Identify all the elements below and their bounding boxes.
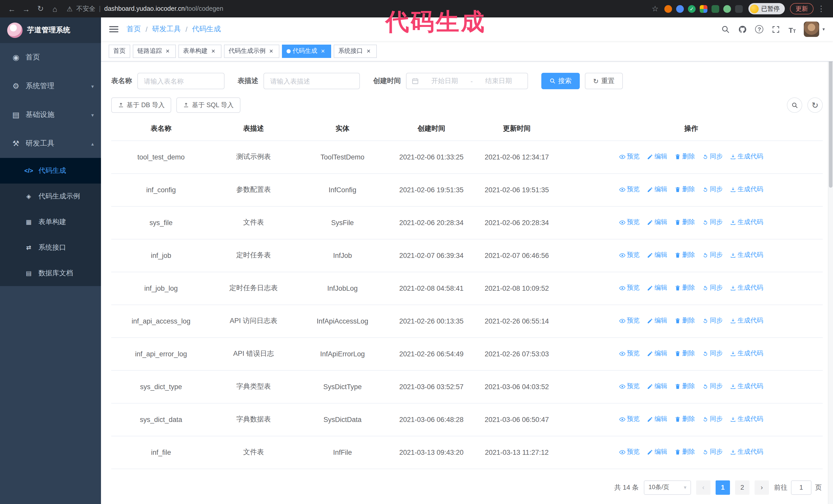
import-sql-button[interactable]: 基于 SQL 导入	[176, 97, 240, 113]
page-button-2[interactable]: 2	[735, 480, 749, 495]
action-edit[interactable]: 编辑	[647, 218, 667, 227]
next-page-button[interactable]: ›	[755, 480, 769, 495]
action-preview[interactable]: 预览	[619, 415, 640, 424]
action-sync[interactable]: 同步	[702, 350, 722, 358]
action-delete[interactable]: 删除	[674, 185, 695, 194]
action-delete[interactable]: 删除	[674, 218, 695, 227]
action-generate[interactable]: 生成代码	[730, 284, 763, 292]
home-icon[interactable]: ⌂	[48, 2, 62, 16]
search-button[interactable]: 搜索	[541, 73, 580, 89]
tab-1[interactable]: 首页	[109, 44, 130, 58]
close-icon[interactable]: ×	[210, 47, 217, 55]
sidebar-item-system-management[interactable]: ⚙ 系统管理 ▾	[0, 72, 101, 100]
action-sync[interactable]: 同步	[702, 152, 722, 161]
page-size-select[interactable]: 10条/页 ▾	[644, 480, 691, 495]
font-size-icon[interactable]: TT	[789, 25, 796, 34]
action-preview[interactable]: 预览	[619, 185, 640, 194]
action-edit[interactable]: 编辑	[647, 382, 667, 391]
search-icon[interactable]	[721, 25, 730, 34]
action-delete[interactable]: 删除	[674, 350, 695, 358]
action-edit[interactable]: 编辑	[647, 152, 667, 161]
action-edit[interactable]: 编辑	[647, 185, 667, 194]
sidebar-item-system-api[interactable]: ⇄ 系统接口	[0, 235, 101, 261]
action-sync[interactable]: 同步	[702, 317, 722, 325]
action-sync[interactable]: 同步	[702, 218, 722, 227]
hamburger-icon[interactable]	[109, 26, 118, 32]
kebab-menu-icon[interactable]: ⋮	[814, 2, 828, 16]
action-delete[interactable]: 删除	[674, 382, 695, 391]
action-generate[interactable]: 生成代码	[730, 415, 763, 424]
action-preview[interactable]: 预览	[619, 284, 640, 292]
action-sync[interactable]: 同步	[702, 251, 722, 260]
sidebar-item-home[interactable]: ◉ 首页	[0, 43, 101, 72]
action-sync[interactable]: 同步	[702, 415, 722, 424]
extension-icon[interactable]	[723, 5, 731, 13]
extension-icon[interactable]	[712, 5, 719, 13]
tab-4[interactable]: 代码生成示例×	[224, 44, 279, 58]
prev-page-button[interactable]: ‹	[696, 480, 711, 495]
refresh-button[interactable]: ↻	[807, 97, 823, 113]
chevron-down-icon[interactable]: ▾	[823, 27, 825, 32]
extension-pin-icon[interactable]	[735, 5, 743, 13]
action-generate[interactable]: 生成代码	[730, 317, 763, 325]
bookmark-star-icon[interactable]: ☆	[648, 2, 662, 16]
action-delete[interactable]: 删除	[674, 415, 695, 424]
action-delete[interactable]: 删除	[674, 448, 695, 457]
action-edit[interactable]: 编辑	[647, 448, 667, 457]
action-edit[interactable]: 编辑	[647, 284, 667, 292]
help-icon[interactable]: ?	[755, 25, 764, 34]
action-preview[interactable]: 预览	[619, 317, 640, 325]
action-preview[interactable]: 预览	[619, 218, 640, 227]
tab-2[interactable]: 链路追踪×	[133, 44, 176, 58]
action-generate[interactable]: 生成代码	[730, 152, 763, 161]
sidebar-item-codegen-example[interactable]: ◈ 代码生成示例	[0, 184, 101, 209]
table-desc-input[interactable]	[263, 73, 360, 89]
sidebar-item-codegen[interactable]: </> 代码生成	[0, 158, 101, 184]
action-generate[interactable]: 生成代码	[730, 185, 763, 194]
action-sync[interactable]: 同步	[702, 284, 722, 292]
update-button[interactable]: 更新	[790, 3, 813, 14]
sidebar-item-dev-tools[interactable]: ⚒ 研发工具 ▴	[0, 129, 101, 158]
action-delete[interactable]: 删除	[674, 317, 695, 325]
action-edit[interactable]: 编辑	[647, 317, 667, 325]
action-delete[interactable]: 删除	[674, 152, 695, 161]
action-preview[interactable]: 预览	[619, 152, 640, 161]
action-preview[interactable]: 预览	[619, 350, 640, 358]
action-generate[interactable]: 生成代码	[730, 382, 763, 391]
action-generate[interactable]: 生成代码	[730, 448, 763, 457]
tab-5[interactable]: 代码生成×	[282, 44, 331, 58]
action-delete[interactable]: 删除	[674, 251, 695, 260]
toggle-search-button[interactable]	[787, 97, 802, 113]
fullscreen-icon[interactable]	[772, 25, 781, 34]
action-preview[interactable]: 预览	[619, 382, 640, 391]
action-sync[interactable]: 同步	[702, 185, 722, 194]
breadcrumb-item[interactable]: 首页	[127, 25, 141, 34]
table-name-input[interactable]	[137, 73, 224, 89]
reset-button[interactable]: ↻ 重置	[585, 73, 623, 89]
extension-icon[interactable]	[676, 5, 684, 13]
close-icon[interactable]: ×	[365, 47, 372, 55]
action-sync[interactable]: 同步	[702, 448, 722, 457]
action-preview[interactable]: 预览	[619, 251, 640, 260]
extension-icon[interactable]	[664, 5, 672, 13]
close-icon[interactable]: ×	[164, 47, 171, 55]
tab-3[interactable]: 表单构建×	[178, 44, 221, 58]
action-edit[interactable]: 编辑	[647, 251, 667, 260]
action-delete[interactable]: 删除	[674, 284, 695, 292]
address-bar[interactable]: ⚠ 不安全 | dashboard.yudao.iocoder.cn/tool/…	[63, 4, 647, 13]
action-edit[interactable]: 编辑	[647, 350, 667, 358]
profile-paused-chip[interactable]: 已暂停	[748, 3, 785, 14]
close-icon[interactable]: ×	[319, 47, 327, 55]
reload-icon[interactable]: ↻	[34, 2, 47, 16]
sidebar-item-db-doc[interactable]: ▤ 数据库文档	[0, 261, 101, 286]
forward-icon[interactable]: →	[20, 2, 33, 16]
close-icon[interactable]: ×	[268, 47, 275, 55]
action-generate[interactable]: 生成代码	[730, 350, 763, 358]
github-icon[interactable]	[738, 25, 747, 34]
avatar[interactable]	[804, 22, 819, 37]
goto-page-input[interactable]	[791, 480, 811, 495]
sidebar-item-form-builder[interactable]: ▦ 表单构建	[0, 209, 101, 235]
action-generate[interactable]: 生成代码	[730, 251, 763, 260]
extension-check-icon[interactable]: ✓	[688, 5, 696, 13]
sidebar-item-infrastructure[interactable]: ▤ 基础设施 ▾	[0, 100, 101, 129]
